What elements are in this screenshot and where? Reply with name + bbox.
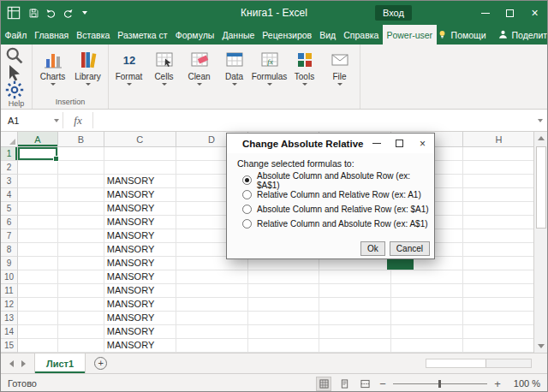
ribbon-button-charts[interactable]: Charts: [35, 46, 70, 86]
cell-A12[interactable]: [18, 298, 58, 312]
row-header-5[interactable]: 5: [1, 202, 18, 216]
vertical-scrollbar-thumb[interactable]: [536, 146, 546, 229]
cancel-button[interactable]: Cancel: [390, 241, 430, 256]
undo-button[interactable]: [42, 4, 59, 21]
cell-E14[interactable]: [248, 325, 320, 339]
select-all-corner[interactable]: [1, 132, 18, 147]
cell-H5[interactable]: [463, 202, 535, 216]
normal-view-button[interactable]: [316, 377, 331, 391]
ribbon-tab-разметка-ст[interactable]: Разметка ст: [114, 25, 171, 45]
ribbon-button-gear-icon[interactable]: [7, 82, 22, 98]
cell-B1[interactable]: [58, 147, 104, 161]
dialog-close-button[interactable]: ×: [411, 134, 434, 153]
cell-H11[interactable]: [463, 284, 535, 298]
minimize-button[interactable]: [473, 1, 497, 25]
cell-A13[interactable]: [18, 312, 58, 325]
page-layout-view-button[interactable]: [337, 377, 352, 391]
cell-H9[interactable]: [463, 257, 535, 270]
cell-A1[interactable]: [18, 147, 58, 161]
cell-B5[interactable]: [58, 202, 104, 216]
customize-quick-access-button[interactable]: [76, 4, 93, 21]
ribbon-button-cells[interactable]: Cells: [146, 46, 182, 86]
vertical-scrollbar[interactable]: [533, 132, 547, 353]
cell-F15[interactable]: [319, 339, 391, 353]
cell-G14[interactable]: [391, 325, 463, 339]
row-header-13[interactable]: 13: [1, 312, 18, 325]
row-header-2[interactable]: 2: [1, 161, 18, 175]
row-header-6[interactable]: 6: [1, 216, 18, 229]
cell-A9[interactable]: [18, 257, 58, 270]
cell-A4[interactable]: [18, 188, 58, 202]
add-sheet-button[interactable]: +: [94, 357, 107, 370]
cell-H7[interactable]: [463, 229, 535, 243]
cell-B14[interactable]: [58, 325, 104, 339]
zoom-slider-thumb[interactable]: [438, 380, 441, 388]
cell-C10[interactable]: MANSORY: [104, 270, 176, 284]
radio-button-icon[interactable]: [242, 219, 252, 229]
insert-function-button[interactable]: fx: [63, 110, 92, 131]
dialog-option-4[interactable]: Relative Column and Absolute Row (ex: A$…: [237, 217, 434, 231]
cell-B13[interactable]: [58, 312, 104, 325]
zoom-out-button[interactable]: −: [378, 377, 388, 390]
cell-H3[interactable]: [463, 175, 535, 188]
ribbon-button-library[interactable]: Library: [70, 46, 105, 86]
row-header-1[interactable]: 1: [1, 147, 18, 161]
column-header-C[interactable]: C: [104, 132, 176, 147]
cell-H2[interactable]: [463, 161, 535, 175]
cell-D15[interactable]: [176, 339, 248, 353]
cell-F14[interactable]: [319, 325, 391, 339]
cell-C15[interactable]: MANSORY: [104, 339, 176, 353]
cell-C13[interactable]: MANSORY: [104, 312, 176, 325]
cell-D10[interactable]: [176, 270, 248, 284]
cell-A14[interactable]: [18, 325, 58, 339]
name-box[interactable]: A1: [1, 110, 63, 131]
cell-E13[interactable]: [248, 312, 320, 325]
cell-E11[interactable]: [248, 284, 320, 298]
maximize-button[interactable]: [497, 1, 522, 25]
cell-F11[interactable]: [319, 284, 391, 298]
scroll-down-button[interactable]: [534, 340, 548, 353]
row-header-4[interactable]: 4: [1, 188, 18, 202]
cell-A11[interactable]: [18, 284, 58, 298]
name-box-dropdown-icon[interactable]: [54, 119, 59, 122]
redo-button[interactable]: [59, 4, 76, 21]
cell-C7[interactable]: MANSORY: [104, 229, 176, 243]
save-button[interactable]: [25, 4, 42, 21]
cell-B12[interactable]: [58, 298, 104, 312]
cell-B9[interactable]: [58, 257, 104, 270]
cell-H13[interactable]: [463, 312, 535, 325]
cell-G15[interactable]: [391, 339, 463, 353]
cell-F12[interactable]: [319, 298, 391, 312]
row-header-7[interactable]: 7: [1, 229, 18, 243]
sheet-tab-лист1[interactable]: Лист1: [34, 353, 86, 373]
horizontal-scrollbar[interactable]: [426, 359, 532, 368]
cell-D14[interactable]: [176, 325, 248, 339]
cell-B2[interactable]: [58, 161, 104, 175]
cell-D12[interactable]: [176, 298, 248, 312]
ribbon-button-formulas[interactable]: fxFormulas: [252, 46, 287, 86]
cell-C14[interactable]: MANSORY: [104, 325, 176, 339]
row-header-9[interactable]: 9: [1, 257, 18, 270]
cell-G13[interactable]: [391, 312, 463, 325]
cell-H4[interactable]: [463, 188, 535, 202]
dialog-option-2[interactable]: Relative Column and Relative Row (ex: A1…: [237, 187, 434, 202]
cell-A7[interactable]: [18, 229, 58, 243]
cell-F13[interactable]: [319, 312, 391, 325]
cell-H6[interactable]: [463, 216, 535, 229]
cell-B4[interactable]: [58, 188, 104, 202]
radio-button-icon[interactable]: [242, 190, 252, 199]
ribbon-button-tools[interactable]: Tools: [287, 46, 322, 86]
cell-C12[interactable]: MANSORY: [104, 298, 176, 312]
cell-A10[interactable]: [18, 270, 58, 284]
cell-H14[interactable]: [463, 325, 535, 339]
sign-in-button[interactable]: Вход: [375, 5, 412, 21]
cell-E10[interactable]: [248, 270, 320, 284]
cell-C6[interactable]: MANSORY: [104, 216, 176, 229]
cell-C2[interactable]: [104, 161, 176, 175]
cell-E12[interactable]: [248, 298, 320, 312]
cell-B7[interactable]: [58, 229, 104, 243]
column-header-H[interactable]: H: [463, 132, 535, 147]
expand-formula-bar-button[interactable]: [533, 110, 547, 131]
ribbon-button-data[interactable]: Data: [217, 46, 252, 86]
dialog-titlebar[interactable]: Change Absolute Relative ×: [227, 134, 434, 153]
